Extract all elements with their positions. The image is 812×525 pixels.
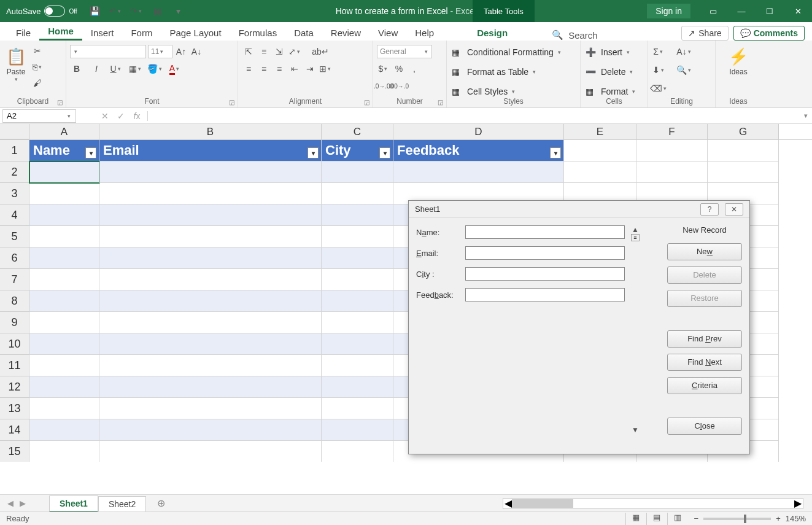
dialog-close-icon[interactable]: ✕ [725,203,743,216]
cell[interactable] [29,312,99,333]
tell-me-search[interactable]: 🔍 Search [541,29,609,41]
zoom-slider[interactable] [703,518,771,520]
cell[interactable] [29,398,99,419]
format-painter-icon[interactable]: 🖌 [31,76,44,90]
share-button[interactable]: ↗Share [681,26,728,41]
insert-cells-button[interactable]: ➕Insert▾ [584,44,638,60]
tab-home[interactable]: Home [39,22,82,41]
sheet-nav-prev-icon[interactable]: ◀ [7,499,14,508]
cell[interactable] [708,161,779,183]
tab-page-layout[interactable]: Page Layout [161,24,230,41]
redo-icon[interactable]: ↷▾ [129,4,145,18]
ideas-button[interactable]: ⚡ Ideas [726,44,751,77]
cell[interactable] [708,140,779,161]
column-header-E[interactable]: E [564,124,636,139]
orientation-icon[interactable]: ⤢▾ [288,45,301,58]
merge-icon[interactable]: ⊞▾ [319,62,332,76]
column-header-C[interactable]: C [322,124,393,139]
align-center-icon[interactable]: ≡ [257,62,271,76]
cell[interactable] [29,183,99,204]
conditional-formatting-button[interactable]: ▦Conditional Formatting▾ [450,44,563,60]
criteria-button[interactable]: Criteria [667,377,742,394]
row-header[interactable]: 2 [0,161,29,183]
delete-button[interactable]: Delete [667,266,742,284]
add-sheet-icon[interactable]: ⊕ [152,497,169,509]
cell[interactable] [29,226,99,247]
cell[interactable] [99,183,322,204]
cell[interactable] [29,333,99,355]
tab-help[interactable]: Help [406,24,443,41]
expand-formula-bar-icon[interactable]: ▾ [800,112,812,120]
column-header-G[interactable]: G [708,124,779,139]
cell[interactable] [29,441,99,462]
cell[interactable] [322,204,393,226]
cell[interactable] [99,204,322,226]
cell[interactable] [636,140,708,161]
row-header[interactable]: 8 [0,290,29,312]
alignment-launcher-icon[interactable]: ◲ [364,99,369,106]
form-icon[interactable]: ▦ [150,4,166,18]
name-box[interactable]: A2▾ [2,109,76,123]
cell[interactable] [29,269,99,290]
row-header[interactable]: 12 [0,376,29,398]
cell[interactable] [322,290,393,312]
scroll-down-icon[interactable]: ▼ [632,426,639,434]
font-color-icon[interactable]: A▾ [168,62,182,76]
tab-data[interactable]: Data [285,24,322,41]
minimize-icon[interactable]: — [727,0,756,22]
cell[interactable] [322,161,393,183]
cell[interactable] [322,398,393,419]
filter-dropdown-icon[interactable]: ▾ [379,147,390,158]
font-launcher-icon[interactable]: ◲ [229,99,234,106]
find-prev-button[interactable]: Find Prev [667,330,742,348]
cell[interactable] [322,312,393,333]
cell[interactable] [29,355,99,376]
increase-decimal-icon[interactable]: .0→.00 [377,79,390,93]
horizontal-scrollbar[interactable]: ◀ ▶ [503,498,803,509]
clear-icon[interactable]: ⌫▾ [652,82,665,95]
cell[interactable] [322,183,393,204]
cell[interactable] [322,355,393,376]
zoom-in-icon[interactable]: + [776,514,781,523]
cell[interactable] [322,226,393,247]
sort-filter-icon[interactable]: A↓▾ [678,45,691,58]
row-header[interactable]: 1 [0,140,29,161]
font-size-combo[interactable]: 11▾ [148,45,172,58]
decrease-indent-icon[interactable]: ⇤ [288,62,301,76]
row-header[interactable]: 15 [0,441,29,462]
field-input-feedback[interactable] [465,288,625,301]
filter-dropdown-icon[interactable]: ▾ [550,147,561,158]
wrap-text-icon[interactable]: ab↵ [314,45,327,58]
cell[interactable] [99,269,322,290]
cell[interactable] [99,247,322,269]
copy-icon[interactable]: ⎘▾ [31,60,44,74]
cell[interactable] [322,247,393,269]
restore-button[interactable]: Restore [667,290,742,307]
row-header[interactable]: 9 [0,312,29,333]
row-header[interactable]: 10 [0,333,29,355]
font-name-combo[interactable]: ▾ [70,45,146,58]
cell[interactable] [564,161,636,183]
increase-indent-icon[interactable]: ⇥ [303,62,317,76]
page-layout-view-icon[interactable]: ▤ [646,513,667,525]
filter-dropdown-icon[interactable]: ▾ [307,147,319,158]
cell[interactable] [29,204,99,226]
cell[interactable]: Email▾ [99,140,322,161]
cell[interactable] [99,290,322,312]
dialog-titlebar[interactable]: Sheet1 ? ✕ [409,201,749,218]
sheet-tab-sheet1[interactable]: Sheet1 [49,496,98,512]
cell[interactable]: City▾ [322,140,393,161]
delete-cells-button[interactable]: ➖Delete▾ [584,64,638,80]
column-header-B[interactable]: B [99,124,322,139]
save-icon[interactable]: 💾 [87,4,103,18]
italic-icon[interactable]: I [90,62,103,76]
close-button[interactable]: Close [667,418,742,435]
qat-customize-icon[interactable]: ▾ [171,4,187,18]
row-header[interactable]: 4 [0,204,29,226]
cell[interactable] [99,441,322,462]
comma-icon[interactable]: , [408,62,421,76]
clipboard-launcher-icon[interactable]: ◲ [57,99,63,106]
cell[interactable] [564,140,636,161]
align-middle-icon[interactable]: ≡ [257,45,271,58]
scroll-up-icon[interactable]: ▲ [632,225,639,234]
